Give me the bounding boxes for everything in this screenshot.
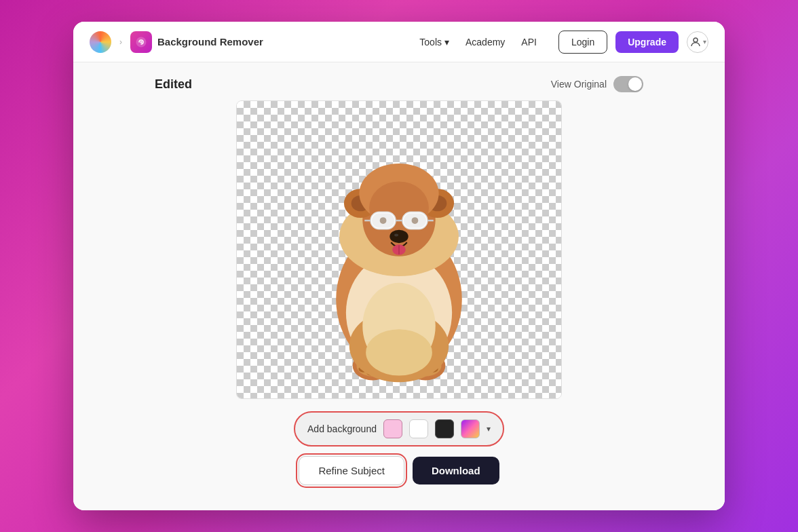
upgrade-button[interactable]: Upgrade [615,31,679,53]
swatch-dropdown-icon[interactable]: ▾ [487,424,491,434]
user-avatar[interactable]: ▾ [687,31,708,53]
toggle-knob [628,77,642,91]
edited-label: Edited [155,77,192,92]
main-content: Edited View Original [73,62,725,510]
nav-academy[interactable]: Academy [466,37,505,48]
refine-subject-button[interactable]: Refine Subject [299,456,404,485]
svg-point-22 [394,234,398,237]
controls-row: Add background ▾ Refine Subject Download [295,413,503,485]
subject-image [311,107,487,392]
top-bar: Edited View Original [155,76,643,92]
svg-point-21 [390,230,408,244]
app-window: › Background Remover Tools ▾ Academy API… [73,22,725,510]
swatch-black[interactable] [435,419,454,438]
view-original-label: View Original [551,79,607,90]
svg-point-2 [694,38,698,42]
svg-point-39 [366,329,432,375]
svg-point-25 [380,217,387,224]
tools-chevron-icon: ▾ [444,37,449,48]
download-button[interactable]: Download [413,457,499,484]
image-preview [236,100,562,399]
brand: › Background Remover [90,31,263,53]
nav-api[interactable]: API [521,37,537,48]
swatch-pink[interactable] [383,419,402,438]
user-chevron-icon: ▾ [703,38,706,45]
dog-svg [311,107,487,392]
breadcrumb-chevron: › [119,37,122,47]
swatch-white[interactable] [409,419,428,438]
app-logo[interactable] [90,31,111,53]
swatch-gradient[interactable] [461,419,480,438]
add-background-row: Add background ▾ [295,413,503,445]
login-button[interactable]: Login [558,31,607,54]
view-original-row: View Original [551,76,643,92]
nav-actions: Login Upgrade ▾ [558,31,708,54]
add-background-label: Add background [307,423,377,434]
svg-point-26 [412,217,419,224]
tool-icon [130,31,152,53]
action-buttons: Refine Subject Download [299,456,499,485]
brand-name: Background Remover [157,36,263,48]
nav-links: Tools ▾ Academy API [419,37,537,48]
svg-point-1 [140,41,142,43]
navbar: › Background Remover Tools ▾ Academy API… [73,22,725,62]
nav-tools[interactable]: Tools ▾ [419,37,449,48]
view-original-toggle[interactable] [613,76,643,92]
